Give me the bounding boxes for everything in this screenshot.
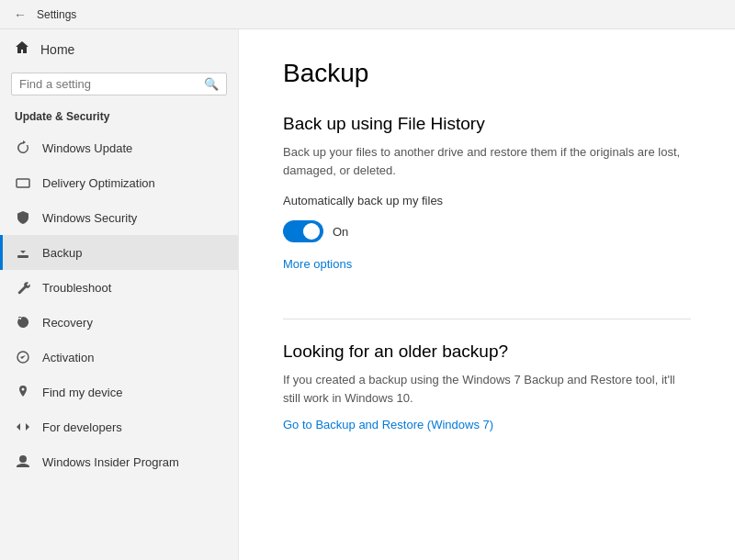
sidebar-item-backup[interactable]: Backup — [0, 235, 238, 270]
recovery-icon — [15, 314, 31, 330]
auto-backup-row: Automatically back up my files — [283, 194, 691, 207]
svg-rect-1 — [17, 255, 28, 258]
sidebar-item-activation[interactable]: Activation — [0, 340, 238, 375]
search-icon: 🔍 — [204, 77, 219, 91]
activation-icon — [15, 349, 31, 365]
delivery-icon — [15, 174, 31, 191]
sidebar-home-label: Home — [40, 42, 74, 57]
wrench-icon — [15, 279, 31, 296]
sidebar-label-recovery: Recovery — [42, 316, 93, 330]
titlebar-title: Settings — [37, 8, 76, 21]
file-history-title: Back up using File History — [283, 114, 691, 134]
auto-backup-label: Automatically back up my files — [283, 194, 443, 207]
older-backup-description: If you created a backup using the Window… — [283, 371, 691, 407]
find-icon — [15, 384, 31, 400]
home-icon — [15, 40, 29, 58]
sidebar-item-windows-update[interactable]: Windows Update — [0, 130, 238, 165]
sidebar-item-for-developers[interactable]: For developers — [0, 409, 238, 444]
sidebar-item-windows-security[interactable]: Windows Security — [0, 200, 238, 235]
sidebar-search-box[interactable]: 🔍 — [11, 73, 227, 95]
page-title: Backup — [283, 59, 691, 88]
section-divider — [283, 319, 691, 319]
insider-icon — [15, 454, 31, 470]
sidebar-label-activation: Activation — [42, 351, 94, 364]
sidebar: Home 🔍 Update & Security Windows Update … — [0, 29, 239, 560]
sidebar-section-title: Update & Security — [0, 106, 238, 130]
sidebar-item-find-my-device[interactable]: Find my device — [0, 375, 238, 409]
titlebar: ← Settings — [0, 0, 735, 29]
sidebar-label-windows-security: Windows Security — [42, 211, 137, 225]
auto-backup-toggle[interactable] — [283, 220, 323, 242]
sidebar-item-recovery[interactable]: Recovery — [0, 305, 238, 340]
older-backup-title: Looking for an older backup? — [283, 342, 691, 362]
developer-icon — [15, 419, 31, 435]
back-button[interactable]: ← — [11, 6, 29, 24]
sidebar-item-windows-insider[interactable]: Windows Insider Program — [0, 444, 238, 479]
shield-icon — [15, 209, 31, 226]
content-area: Backup Back up using File History Back u… — [239, 29, 735, 560]
sidebar-label-for-developers: For developers — [42, 420, 122, 434]
sidebar-item-troubleshoot[interactable]: Troubleshoot — [0, 270, 238, 305]
search-input[interactable] — [19, 77, 198, 91]
file-history-description: Back up your files to another drive and … — [283, 143, 691, 179]
main-layout: Home 🔍 Update & Security Windows Update … — [0, 29, 735, 560]
sidebar-label-delivery-optimization: Delivery Optimization — [42, 176, 155, 190]
sidebar-label-troubleshoot: Troubleshoot — [42, 281, 111, 295]
sidebar-label-windows-update: Windows Update — [42, 141, 132, 155]
toggle-on-label: On — [333, 225, 348, 239]
backup-icon — [15, 244, 31, 261]
refresh-icon — [15, 140, 31, 156]
goto-backup-restore-link[interactable]: Go to Backup and Restore (Windows 7) — [283, 418, 493, 431]
toggle-state-row: On — [283, 220, 691, 242]
sidebar-item-delivery-optimization[interactable]: Delivery Optimization — [0, 165, 238, 200]
sidebar-label-windows-insider: Windows Insider Program — [42, 455, 179, 469]
more-options-link[interactable]: More options — [283, 257, 352, 271]
sidebar-label-backup: Backup — [42, 246, 82, 260]
sidebar-item-home[interactable]: Home — [0, 29, 238, 69]
sidebar-label-find-my-device: Find my device — [42, 386, 122, 399]
svg-rect-0 — [17, 179, 29, 187]
